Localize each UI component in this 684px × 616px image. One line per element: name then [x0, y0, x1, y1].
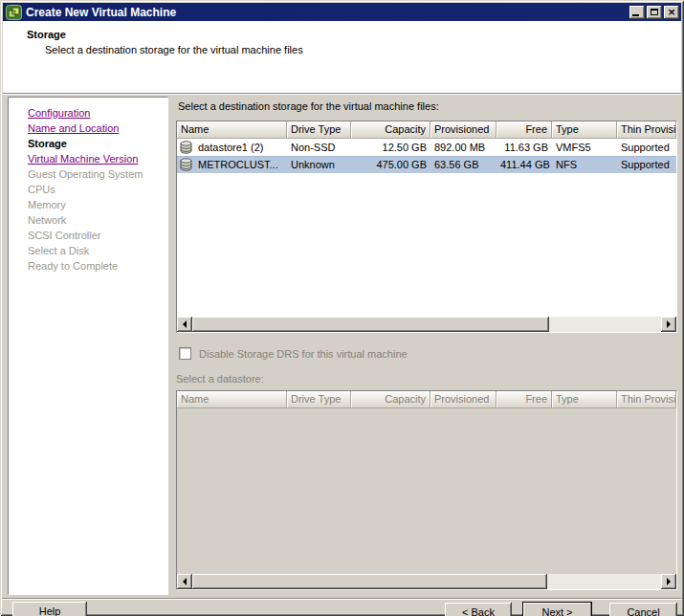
scroll-left-button[interactable]	[177, 574, 192, 589]
column-header-free: Free	[496, 391, 552, 408]
column-header-free[interactable]: Free	[496, 121, 552, 139]
header-divider	[3, 93, 681, 95]
close-icon: ×	[667, 8, 675, 17]
storage-table-header: Name Drive Type Capacity Provisioned Fre…	[177, 121, 676, 139]
sidebar-item-vm-version[interactable]: Virtual Machine Version	[28, 151, 164, 166]
scrollbar-thumb[interactable]	[192, 317, 549, 332]
cell-thin-provisioning: Supported	[617, 142, 676, 153]
cell-free: 411.44 GB	[496, 159, 552, 170]
wizard-step-list: Configuration Name and Location Storage …	[8, 97, 168, 595]
next-button-label: Next >	[523, 603, 591, 616]
drs-checkbox-row: Disable Storage DRS for this virtual mac…	[179, 347, 408, 360]
scroll-right-button[interactable]	[661, 574, 676, 589]
next-button[interactable]: Next >	[522, 602, 592, 616]
cell-type: NFS	[552, 159, 617, 170]
scroll-right-icon	[667, 320, 674, 328]
column-header-drive-type[interactable]: Drive Type	[287, 121, 351, 139]
scroll-right-button[interactable]	[661, 317, 676, 332]
datastore-name: datastore1 (2)	[198, 142, 263, 153]
column-header-thin-provisioning[interactable]: Thin Provisioning	[617, 121, 676, 139]
cancel-button[interactable]: Cancel	[609, 603, 677, 616]
column-header-capacity: Capacity	[351, 391, 430, 408]
footer-divider	[2, 598, 682, 600]
scrollbar-thumb[interactable]	[192, 574, 547, 589]
page-title: Storage	[27, 29, 66, 40]
wizard-header: Storage Select a destination storage for…	[3, 21, 681, 93]
datastore-table-header: Name Drive Type Capacity Provisioned Fre…	[177, 391, 676, 408]
scroll-left-button[interactable]	[177, 317, 192, 332]
cell-thin-provisioning: Supported	[617, 159, 676, 170]
sidebar-item-ready-to-complete: Ready to Complete	[28, 258, 164, 274]
window-title: Create New Virtual Machine	[26, 6, 628, 19]
cell-provisioned: 63.56 GB	[430, 159, 496, 170]
column-header-provisioned[interactable]: Provisioned	[430, 121, 496, 139]
column-header-name[interactable]: Name	[177, 121, 287, 139]
column-header-capacity[interactable]: Capacity	[351, 121, 430, 139]
datastore-table-disabled: Name Drive Type Capacity Provisioned Fre…	[176, 390, 677, 590]
storage-table: Name Drive Type Capacity Provisioned Fre…	[176, 121, 677, 333]
scroll-left-icon	[179, 320, 187, 328]
datastore-icon	[180, 158, 192, 171]
datastore-name: METROCLUST...	[198, 159, 278, 170]
minimize-icon	[632, 14, 639, 16]
sidebar-item-network: Network	[28, 212, 164, 228]
drs-checkbox-label: Disable Storage DRS for this virtual mac…	[199, 348, 408, 360]
column-header-type[interactable]: Type	[552, 121, 617, 139]
vsphere-app-icon	[6, 5, 22, 20]
select-datastore-label: Select a datastore:	[176, 373, 264, 385]
page-subtitle: Select a destination storage for the vir…	[45, 44, 303, 55]
sidebar-item-select-a-disk: Select a Disk	[28, 243, 164, 258]
column-header-thin-provisioning: Thin Provisioning	[617, 391, 676, 408]
maximize-button[interactable]	[647, 6, 662, 19]
scroll-right-icon	[667, 578, 674, 585]
cell-type: VMFS5	[552, 142, 617, 153]
column-header-name: Name	[177, 391, 287, 408]
back-button[interactable]: < Back	[445, 603, 512, 616]
table-row-datastore1[interactable]: datastore1 (2) Non-SSD 12.50 GB 892.00 M…	[177, 139, 676, 156]
sidebar-item-guest-os: Guest Operating System	[28, 166, 164, 182]
datastore-icon	[180, 141, 192, 154]
sidebar-item-cpus: CPUs	[28, 182, 164, 197]
cell-drive-type: Unknown	[287, 159, 351, 170]
destination-storage-label: Select a destination storage for the vir…	[178, 100, 439, 112]
minimize-button[interactable]	[629, 6, 645, 19]
window-titlebar: Create New Virtual Machine ×	[3, 3, 681, 21]
cell-provisioned: 892.00 MB	[430, 142, 496, 153]
column-header-provisioned: Provisioned	[430, 391, 496, 408]
help-button[interactable]: Help	[12, 602, 87, 616]
create-vm-wizard-window: Create New Virtual Machine × Storage Sel…	[0, 0, 684, 616]
scroll-left-icon	[179, 578, 187, 585]
sidebar-item-name-and-location[interactable]: Name and Location	[28, 121, 164, 136]
sidebar-item-memory: Memory	[28, 197, 164, 212]
close-button[interactable]: ×	[664, 6, 679, 19]
cell-drive-type: Non-SSD	[287, 142, 351, 153]
table-row-metrocluster[interactable]: METROCLUST... Unknown 475.00 GB 63.56 GB…	[177, 156, 676, 173]
cell-capacity: 12.50 GB	[351, 142, 430, 153]
maximize-icon	[651, 9, 658, 15]
column-header-type: Type	[552, 391, 617, 408]
cell-capacity: 475.00 GB	[351, 159, 430, 170]
drs-checkbox	[179, 347, 191, 360]
sidebar-item-storage: Storage	[28, 136, 164, 151]
cell-free: 11.63 GB	[496, 142, 552, 153]
column-header-drive-type: Drive Type	[287, 391, 351, 408]
sidebar-item-scsi-controller: SCSI Controller	[28, 228, 164, 243]
storage-table-hscrollbar[interactable]	[177, 317, 676, 332]
datastore-table-hscrollbar[interactable]	[177, 574, 676, 589]
sidebar-item-configuration[interactable]: Configuration	[28, 105, 164, 121]
